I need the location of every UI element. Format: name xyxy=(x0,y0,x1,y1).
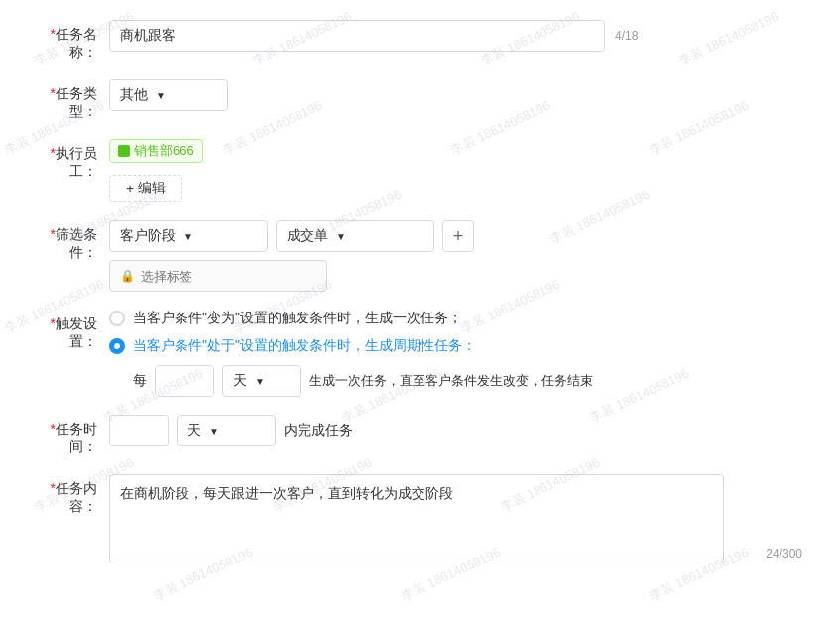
task-name-input-row: 4/18 xyxy=(109,20,810,52)
task-time-unit-value: 天 xyxy=(187,422,201,439)
task-content-row: *任务内容： 在商机阶段，每天跟进一次客户，直到转化为成交阶段 24/300 xyxy=(30,474,810,566)
executor-edit-button[interactable]: + 编辑 xyxy=(109,175,182,202)
trigger-option-1-row: 当客户条件"变为"设置的触发条件时，生成一次任务； xyxy=(109,310,810,327)
filter-select-1[interactable]: 客户阶段 ▼ xyxy=(109,220,268,252)
edit-label: 编辑 xyxy=(138,180,166,197)
task-type-value: 其他 xyxy=(120,86,148,104)
filter-content: 客户阶段 ▼ 成交单 ▼ + 🔒 xyxy=(109,220,810,292)
trigger-number-input: ▲ ▼ xyxy=(155,365,214,397)
task-name-content: 4/18 xyxy=(109,20,810,52)
task-time-number-inner: ▲ ▼ xyxy=(110,416,168,445)
task-time-content: ▲ ▼ 天 ▼ 内完成任务 xyxy=(109,415,810,446)
filter-select-1-value: 客户阶段 xyxy=(120,227,176,245)
plus-icon: + xyxy=(126,181,134,196)
task-time-number-input: ▲ ▼ xyxy=(109,415,169,446)
executor-tag: 销售部666 xyxy=(109,139,203,163)
lock-icon: 🔒 xyxy=(120,269,135,283)
executor-tags: 销售部666 xyxy=(109,139,810,163)
trigger-content: 当客户条件"变为"设置的触发条件时，生成一次任务； 当客户条件"处于"设置的触发… xyxy=(109,310,810,397)
task-content-textarea[interactable]: 在商机阶段，每天跟进一次客户，直到转化为成交阶段 xyxy=(109,474,724,563)
task-type-chevron-icon: ▼ xyxy=(156,90,166,101)
filter-chevron-2-icon: ▼ xyxy=(336,231,346,242)
task-name-row: *任务名称： 4/18 xyxy=(30,20,810,62)
trigger-unit-value: 天 xyxy=(233,372,247,390)
trigger-option-2-row: 当客户条件"处于"设置的触发条件时，生成周期性任务： xyxy=(109,337,810,355)
tag-input-wrapper[interactable]: 🔒 xyxy=(109,260,327,292)
trigger-every-row: 每 ▲ ▼ 天 ▼ 生成一次任务，直至客户条件发生改变，任务结束 xyxy=(133,365,810,397)
filter-label: *筛选条件： xyxy=(30,220,109,262)
trigger-options: 当客户条件"变为"设置的触发条件时，生成一次任务； 当客户条件"处于"设置的触发… xyxy=(109,310,810,397)
trigger-desc: 生成一次任务，直至客户条件发生改变，任务结束 xyxy=(309,372,593,390)
task-type-row: *任务类型： 其他 ▼ xyxy=(30,79,810,121)
trigger-option-1-label: 当客户条件"变为"设置的触发条件时，生成一次任务； xyxy=(133,310,462,327)
task-content-char-count: 24/300 xyxy=(766,547,802,561)
executor-row: *执行员工： 销售部666 + 编辑 xyxy=(30,139,810,202)
executor-content: 销售部666 + 编辑 xyxy=(109,139,810,202)
filter-selects-row: 客户阶段 ▼ 成交单 ▼ + xyxy=(109,220,810,252)
trigger-number-inner: ▲ ▼ xyxy=(156,366,213,396)
task-time-row: *任务时间： ▲ ▼ 天 ▼ 内完成任务 xyxy=(30,415,810,456)
task-time-unit-select[interactable]: 天 ▼ xyxy=(177,415,276,446)
task-type-content: 其他 ▼ xyxy=(109,79,810,111)
task-type-select[interactable]: 其他 ▼ xyxy=(109,79,228,111)
task-content-field-wrapper: 在商机阶段，每天跟进一次客户，直到转化为成交阶段 24/300 xyxy=(109,474,810,566)
trigger-number-field[interactable] xyxy=(156,366,214,396)
trigger-unit-chevron-icon: ▼ xyxy=(255,376,265,387)
task-time-label: *任务时间： xyxy=(30,415,109,456)
task-time-suffix: 内完成任务 xyxy=(284,422,353,439)
filter-chevron-1-icon: ▼ xyxy=(183,231,193,242)
filter-select-2[interactable]: 成交单 ▼ xyxy=(276,220,434,252)
trigger-row: *触发设置： 当客户条件"变为"设置的触发条件时，生成一次任务； 当客户条件"处… xyxy=(30,310,810,397)
filter-add-button[interactable]: + xyxy=(442,220,474,252)
filter-row: *筛选条件： 客户阶段 ▼ 成交单 ▼ + 🔒 xyxy=(30,220,810,292)
trigger-every-label: 每 xyxy=(133,372,147,390)
task-time-number-field[interactable] xyxy=(110,416,169,445)
trigger-radio-2[interactable] xyxy=(109,338,125,354)
executor-label: *执行员工： xyxy=(30,139,109,181)
task-name-label: *任务名称： xyxy=(30,20,109,62)
task-name-input[interactable] xyxy=(109,20,605,52)
trigger-label: *触发设置： xyxy=(30,310,109,351)
task-content-label: *任务内容： xyxy=(30,474,109,516)
folder-icon xyxy=(118,145,130,157)
task-type-label: *任务类型： xyxy=(30,79,109,121)
task-name-char-count: 4/18 xyxy=(615,29,638,43)
task-time-input-row: ▲ ▼ 天 ▼ 内完成任务 xyxy=(109,415,810,446)
trigger-radio-1[interactable] xyxy=(109,311,125,326)
filter-plus-icon: + xyxy=(453,226,464,247)
filter-select-2-value: 成交单 xyxy=(287,227,328,245)
tag-select-input[interactable] xyxy=(141,269,316,284)
trigger-unit-select[interactable]: 天 ▼ xyxy=(222,365,301,397)
executor-edit-btn-wrapper: + 编辑 xyxy=(109,171,810,202)
trigger-option-2-label: 当客户条件"处于"设置的触发条件时，生成周期性任务： xyxy=(133,337,476,355)
task-time-chevron-icon: ▼ xyxy=(209,426,219,437)
executor-tag-label: 销售部666 xyxy=(134,142,194,160)
task-content-wrapper: 在商机阶段，每天跟进一次客户，直到转化为成交阶段 24/300 xyxy=(109,474,810,566)
